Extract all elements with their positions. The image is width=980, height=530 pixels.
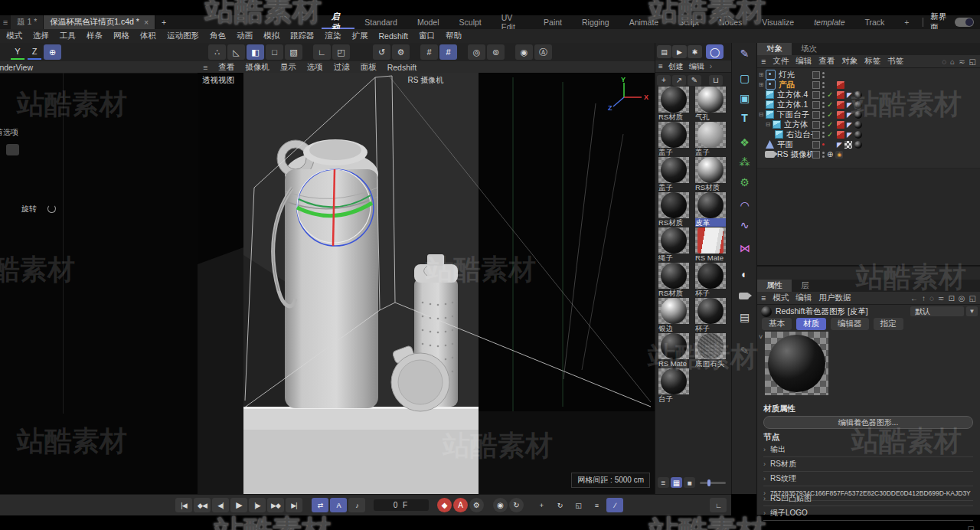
home-icon[interactable]: ⌂ (950, 57, 955, 66)
camera-tag[interactable]: ◉ (835, 151, 843, 159)
pla-record-toggle[interactable]: ≡ (588, 498, 605, 512)
om-menu-tags[interactable]: 标签 (864, 56, 880, 67)
layout-tab-track[interactable]: Track (854, 15, 894, 29)
object-row-cube4[interactable]: 立方体.4 ✓◤ (757, 90, 980, 100)
editor-toggle-icon[interactable] (812, 141, 820, 149)
collapse-chevron-icon[interactable]: ˅ (759, 333, 763, 341)
material-preview[interactable] (765, 332, 828, 395)
layout-tab-visualize[interactable]: Visualize (752, 15, 804, 29)
keyframe-settings-button[interactable]: ⚙ (469, 498, 484, 512)
material-item[interactable]: 银边 (656, 298, 691, 332)
tab-takes[interactable]: 场次 (792, 43, 826, 55)
viewport-view-label[interactable]: 透视视图 (202, 75, 234, 86)
om-menu-file[interactable]: 文件 (773, 56, 789, 67)
material-menu-more[interactable]: › (710, 62, 712, 70)
visibility-dots[interactable] (822, 82, 825, 88)
menu-mode[interactable]: 模式 (1, 31, 28, 41)
tab-attributes[interactable]: 属性 (757, 280, 792, 292)
layout-tab-standard[interactable]: Standard (354, 15, 407, 29)
goto-start-button[interactable]: |◀ (175, 498, 192, 512)
camera-icon[interactable] (734, 286, 755, 305)
selection-tag[interactable]: ◤ (847, 91, 852, 99)
edit-shader-graph-button[interactable]: 编辑着色器图形... (763, 416, 973, 429)
visibility-dots[interactable] (822, 72, 825, 78)
menu-mesh[interactable]: 网格 (108, 31, 135, 41)
editor-toggle-icon[interactable] (812, 111, 820, 119)
large-view-icon[interactable]: ■ (684, 477, 695, 488)
viewport-menu-redshift[interactable]: Redshift (382, 63, 423, 72)
material-item[interactable]: RS Mate (693, 227, 728, 262)
fcurve-window-button[interactable]: ∟ (710, 498, 727, 512)
renderview-title[interactable]: RenderView (0, 61, 198, 74)
loop-mode-button[interactable]: ⇄ (312, 498, 328, 512)
back-icon[interactable]: ← (910, 294, 918, 303)
cloner-icon[interactable]: ❖ (734, 133, 755, 152)
texture-tag[interactable] (854, 121, 862, 129)
viewport-menu-cameras[interactable]: 摄像机 (240, 62, 275, 73)
material-item[interactable]: RS材质 (656, 192, 691, 227)
menu-tools[interactable]: 工具 (54, 31, 81, 41)
redshift-material-tag[interactable] (837, 81, 844, 89)
layout-tab-animate[interactable]: Animate (619, 15, 669, 29)
texture-tag[interactable] (854, 101, 862, 109)
tab-objects[interactable]: 对象 (757, 43, 792, 55)
material-item[interactable]: 盖子 (656, 157, 691, 191)
cube-primitive-icon[interactable]: ▣ (734, 89, 755, 107)
render-settings-icon[interactable]: ✱ (688, 45, 702, 58)
eyedropper-icon[interactable]: ✎ (688, 75, 701, 86)
layout-tab-uvedit[interactable]: UV Edit (492, 15, 534, 29)
preset-dropdown[interactable]: 默认 (910, 306, 964, 316)
material-item-selected[interactable]: 皮革 (693, 192, 728, 227)
previous-key-button[interactable]: ◆◀ (194, 498, 211, 512)
material-item[interactable]: RS Mate (656, 333, 691, 368)
search-icon[interactable]: ◌ (929, 294, 934, 303)
menu-help[interactable]: 帮助 (440, 31, 467, 41)
bend-deformer-icon[interactable]: ◠ (734, 196, 755, 214)
selection-tag[interactable]: ◤ (847, 121, 852, 129)
menu-character[interactable]: 角色 (204, 31, 231, 41)
section-tab-assign[interactable]: 指定 (874, 318, 903, 330)
viewport-solo-button[interactable]: ◉ (515, 44, 533, 60)
layout-tab-add[interactable]: + (894, 15, 919, 29)
redshift-material-tag[interactable] (837, 101, 844, 109)
add-material-button[interactable]: + (657, 75, 671, 86)
model-mode-button[interactable]: □ (266, 44, 283, 60)
section-tab-editor[interactable]: 编辑器 (831, 318, 869, 330)
viewport-menu-options[interactable]: 选项 (302, 62, 328, 73)
edges-mode-button[interactable]: ◺ (227, 44, 245, 60)
attr-menu-edit[interactable]: 编辑 (795, 293, 812, 303)
autokey-button[interactable]: A (453, 498, 468, 512)
redshift-material-tag[interactable] (837, 131, 844, 139)
texture-tag[interactable] (854, 131, 862, 139)
node-row-rs-material[interactable]: ›RS材质 (763, 456, 973, 472)
editor-toggle-icon[interactable] (812, 151, 820, 159)
position-record-toggle[interactable]: + (533, 498, 550, 512)
sky-icon[interactable]: ◐ (734, 265, 755, 283)
grid-view-icon[interactable]: ▦ (671, 477, 682, 488)
node-row-output[interactable]: ›输出 (763, 442, 973, 457)
renderview-preferences-label[interactable]: 首选项 (0, 127, 18, 138)
material-item[interactable]: RS材质 (656, 87, 691, 121)
normal-move-button[interactable]: ↺ (373, 44, 390, 60)
editor-toggle-icon[interactable] (812, 71, 820, 79)
new-ui-toggle[interactable] (955, 18, 974, 27)
pencil-tool-icon[interactable]: ✎ (734, 342, 755, 360)
viewport-solo-auto-button[interactable]: Ⓐ (534, 44, 552, 60)
om-menu-objects[interactable]: 对象 (841, 56, 858, 67)
menu-window[interactable]: 窗口 (413, 31, 440, 41)
menu-extensions[interactable]: 扩展 (347, 31, 374, 41)
texture-tag[interactable] (854, 91, 862, 99)
layout-tab-startup[interactable]: 启动 (322, 15, 354, 29)
attr-menu-icon[interactable]: ≡ (761, 293, 766, 303)
object-row-rs-camera[interactable]: RS 摄像机 ⊕◉ (757, 149, 980, 159)
texture-mode-button[interactable]: ▧ (285, 44, 302, 60)
material-item[interactable]: 杯子 (693, 263, 728, 297)
section-tab-material[interactable]: 材质 (796, 318, 826, 330)
uv-tag[interactable] (844, 141, 852, 149)
spline-wrap-icon[interactable]: ∿ (734, 216, 755, 234)
menu-volume[interactable]: 体积 (135, 31, 162, 41)
viewport-canvas[interactable]: 透视视图 RS 摄像机 Y X Z 网格间距 : 5000 cm (198, 73, 655, 494)
texture-tag[interactable] (854, 141, 862, 149)
node-row-rope-logo[interactable]: ›绳子LOGO (763, 505, 973, 521)
selection-tag[interactable]: ◤ (847, 111, 852, 119)
